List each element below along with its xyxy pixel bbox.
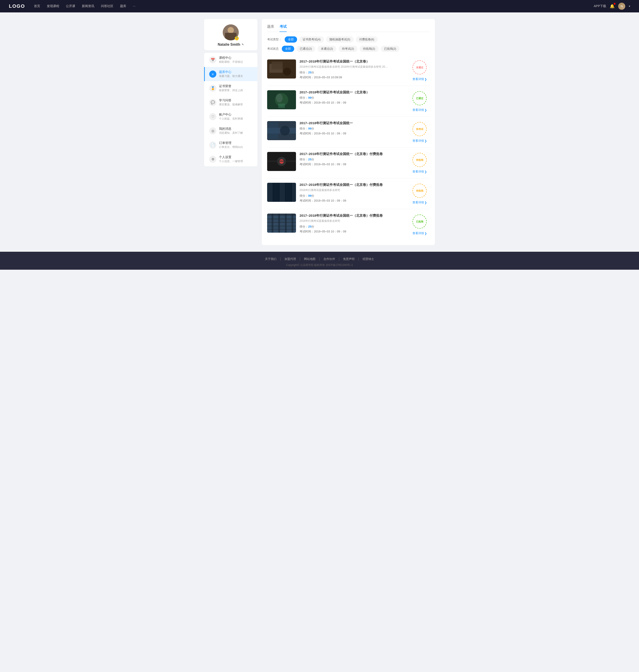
- navbar: LOGO 首页 发现课程 公开课 新闻资讯 问答社区 题库 ··· APP下载 …: [0, 0, 639, 12]
- status-stamp-2: 已通过: [412, 91, 427, 105]
- svg-rect-15: [268, 122, 278, 139]
- exam-time-4: 考试时间：2019–05–03 10：09：09: [299, 162, 406, 166]
- filter-cert-type[interactable]: 证书类考试(4): [299, 36, 324, 43]
- exam-body-3: 2017–2018年行测证件考试全国统一 得分：99分 考试时间：2019–05…: [299, 121, 406, 135]
- exam-body-5: 2017–2018年行测证件考试全国统一（北京卷）付费批卷 2018年行测考试是…: [299, 183, 406, 203]
- nav-home[interactable]: 首页: [34, 4, 40, 8]
- sidebar-item-messages[interactable]: ◎ 我的消息 消息通知、及时了解: [204, 124, 258, 138]
- tab-exam[interactable]: 考试: [280, 25, 287, 32]
- exam-item-4: 2017–2018年行测证件考试全国统一（北京卷）付费批卷 得分：25分 考试时…: [267, 147, 430, 178]
- logo: LOGO: [9, 3, 25, 9]
- sidebar-item-course-center[interactable]: 📅 课程中心 精彩课程、不容错过: [204, 53, 258, 67]
- nav-news[interactable]: 新闻资讯: [82, 4, 94, 8]
- exam-item-2: 2017–2018年行测证件考试全国统一（北京卷） 得分：99分 考试时间：20…: [267, 86, 430, 117]
- exam-score-2: 得分：99分: [299, 96, 406, 100]
- chevron-right-icon-5: ❯: [424, 201, 427, 204]
- exam-desc-5: 2018年行测考试是最值得多去研究: [299, 188, 388, 192]
- avatar-wrap: 🏅: [223, 25, 239, 41]
- exam-time-3: 考试时间：2019–05–03 10：09：09: [299, 131, 406, 135]
- footer-about[interactable]: 关于我们: [265, 257, 277, 261]
- filter-reviewed[interactable]: 已批阅(2): [381, 46, 400, 52]
- footer-careers[interactable]: 招贤纳士: [362, 257, 374, 261]
- footer-disclaimer[interactable]: 免责声明: [343, 257, 355, 261]
- exam-meta-2: 得分：99分 考试时间：2019–05–03 10：09：09: [299, 96, 406, 105]
- profile-edit-icon[interactable]: ✎: [241, 43, 244, 46]
- question-bank-icon: ≡: [209, 70, 216, 78]
- filter-all-type[interactable]: 全部: [285, 36, 297, 43]
- svg-rect-34: [285, 213, 287, 233]
- svg-point-14: [280, 126, 290, 135]
- exam-thumb-3: [267, 121, 296, 140]
- filter-paid-type[interactable]: 付费批卷(6): [356, 36, 378, 43]
- nav-question-bank[interactable]: 题库: [120, 4, 126, 8]
- chevron-down-icon[interactable]: ▾: [629, 5, 630, 8]
- exam-meta-6: 得分：25分 考试时间：2019–05–03 10：09：09: [299, 225, 406, 234]
- exam-score-6: 得分：25分: [299, 225, 406, 229]
- certificates-icon: 🏅: [209, 85, 216, 92]
- nav-open-course[interactable]: 公开课: [66, 4, 75, 8]
- tab-question-bank[interactable]: 题库: [267, 25, 274, 32]
- exam-status-filter-row: 考试状态 全部 已通过(2) 未通过(2) 待考试(2) 待批阅(2) 已批阅(…: [267, 46, 430, 52]
- view-detail-3[interactable]: 查看详情 ❯: [412, 139, 427, 143]
- exam-desc-1: 2018年行测考试是最值得多去研究 2018年行测考试是最值得多去研究 2018…: [299, 65, 388, 69]
- exam-body-2: 2017–2018年行测证件考试全国统一（北京卷） 得分：99分 考试时间：20…: [299, 90, 406, 105]
- nav-qa[interactable]: 问答社区: [101, 4, 113, 8]
- footer-copyright: Copyright© 云朵商学院 版权所有 京ICP备17051340号–1: [0, 263, 639, 267]
- svg-rect-21: [267, 183, 273, 202]
- qa-icon: 💬: [209, 99, 216, 106]
- footer-sitemap[interactable]: 网站地图: [304, 257, 315, 261]
- account-icon: ♡: [209, 113, 216, 120]
- main-container: 🏅 Natalie Smith ✎ 📅 课程中心 精彩课程、不容错过 ≡ 题库中…: [200, 12, 439, 252]
- exam-title-2: 2017–2018年行测证件考试全国统一（北京卷）: [299, 90, 406, 95]
- footer-partners[interactable]: 合作伙伴: [324, 257, 335, 261]
- svg-rect-25: [292, 183, 296, 202]
- filter-passed-status[interactable]: 已通过(2): [296, 46, 315, 52]
- exam-desc-6: 2018年行测考试是最值得多去研究: [299, 219, 388, 223]
- filter-random-type[interactable]: 随机抽题考试(5): [326, 36, 354, 43]
- sidebar-item-qa[interactable]: 💬 学习问答 课后重温、疑难解答: [204, 95, 258, 110]
- view-detail-5[interactable]: 查看详情 ❯: [412, 201, 427, 205]
- avatar-nav-img: N: [618, 3, 625, 10]
- svg-rect-33: [278, 213, 280, 233]
- exam-body-1: 2017–2018年行测证件考试全国统一（北京卷） 2018年行测考试是最值得多…: [299, 60, 406, 79]
- view-detail-6[interactable]: 查看详情 ❯: [412, 231, 427, 235]
- app-download-label[interactable]: APP下载: [594, 4, 606, 8]
- sidebar-item-certificates[interactable]: 🏅 证书荣誉 收获荣誉、持证上岗: [204, 81, 258, 95]
- status-stamp-1: 未通过: [412, 60, 427, 75]
- filter-pending-status[interactable]: 待考试(2): [339, 46, 357, 52]
- exam-title-1: 2017–2018年行测证件考试全国统一（北京卷）: [299, 60, 406, 64]
- orders-icon: 📄: [209, 142, 216, 148]
- chevron-right-icon-2: ❯: [424, 109, 427, 112]
- svg-point-7: [283, 68, 291, 76]
- svg-rect-32: [271, 213, 274, 233]
- exam-score-1: 得分：25分: [299, 70, 406, 75]
- exam-meta-1: 得分：25分 考试时间：2019–05–03 10:09:09: [299, 70, 406, 79]
- exam-type-label: 考试类型：: [267, 37, 282, 42]
- nav-more[interactable]: ···: [133, 4, 136, 8]
- filter-all-status[interactable]: 全部: [282, 46, 294, 52]
- exam-time-6: 考试时间：2019–05–03 10：09：09: [299, 229, 406, 234]
- view-detail-4[interactable]: 查看详情 ❯: [412, 170, 427, 174]
- exam-title-5: 2017–2018年行测证件考试全国统一（北京卷）付费批卷: [299, 183, 406, 187]
- content-tabs: 题库 考试: [267, 25, 430, 32]
- exam-meta-4: 得分：25分 考试时间：2019–05–03 10：09：09: [299, 158, 406, 166]
- sidebar-item-account[interactable]: ♡ 账户中心 个人权益、实时掌握: [204, 110, 258, 124]
- view-detail-1[interactable]: 查看详情 ❯: [412, 77, 427, 81]
- sidebar-item-question-bank[interactable]: ≡ 题库中心 海量习题、助力通关: [204, 67, 258, 81]
- footer-franchise[interactable]: 加盟代理: [284, 257, 296, 261]
- filter-pending-review[interactable]: 待批阅(2): [360, 46, 378, 52]
- view-detail-2[interactable]: 查看详情 ❯: [412, 108, 427, 112]
- sidebar-item-orders[interactable]: 📄 订单管理 订单支出、明明白白: [204, 138, 258, 152]
- bell-icon[interactable]: 🔔: [610, 4, 614, 9]
- nav-discover[interactable]: 发现课程: [47, 4, 59, 8]
- exam-score-3: 得分：99分: [299, 127, 406, 131]
- navbar-nav: 首页 发现课程 公开课 新闻资讯 问答社区 题库 ···: [34, 4, 594, 8]
- avatar-nav[interactable]: N: [618, 3, 625, 10]
- svg-rect-23: [280, 183, 285, 202]
- sidebar-item-settings[interactable]: ⚙ 个人设置 个人信息、一键管理: [204, 152, 258, 166]
- footer: 关于我们 | 加盟代理 | 网站地图 | 合作伙伴 | 免责声明 | 招贤纳士 …: [0, 252, 639, 270]
- exam-title-3: 2017–2018年行测证件考试全国统一: [299, 121, 406, 125]
- content-area: 题库 考试 考试类型： 全部 证书类考试(4) 随机抽题考试(5) 付费批卷(6…: [262, 19, 435, 245]
- filter-failed-status[interactable]: 未通过(2): [317, 46, 337, 52]
- exam-list: 2017–2018年行测证件考试全国统一（北京卷） 2018年行测考试是最值得多…: [267, 55, 430, 240]
